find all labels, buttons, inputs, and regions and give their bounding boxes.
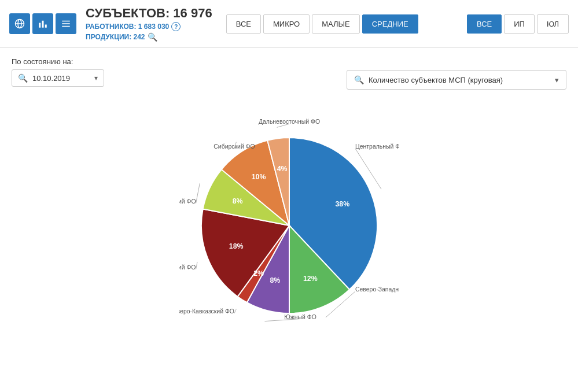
svg-text:2%: 2% xyxy=(253,269,264,278)
chart-type-dropdown[interactable]: 🔍 Количество субъектов МСП (круговая) ▾ xyxy=(347,70,566,90)
svg-text:Южный ФО: Южный ФО xyxy=(284,314,316,320)
chart-search-icon: 🔍 xyxy=(354,75,364,84)
date-picker[interactable]: 🔍 10.10.2019 ▾ xyxy=(12,69,104,87)
date-search-icon: 🔍 xyxy=(18,73,28,83)
svg-rect-4 xyxy=(42,21,44,28)
svg-text:4%: 4% xyxy=(277,165,287,173)
svg-text:10%: 10% xyxy=(251,173,266,181)
chart-container: 38%12%8%2%18%8%10%4%Центральный ФОСеверо… xyxy=(12,101,566,350)
products-count: ПРОДУКЦИИ: 242 🔍 xyxy=(86,32,212,42)
svg-line-23 xyxy=(234,309,236,313)
chart-type-label: Количество субъектов МСП (круговая) xyxy=(369,76,550,84)
stats-panel: СУБЪЕКТОВ: 16 976 РАБОТНИКОВ: 1 683 030 … xyxy=(86,6,212,42)
filter-ip[interactable]: ИП xyxy=(504,14,535,34)
date-value: 10.10.2019 xyxy=(32,74,90,83)
svg-text:Северо-Кавказский ФО: Северо-Кавказский ФО xyxy=(179,308,234,315)
globe-view-button[interactable] xyxy=(9,13,30,34)
svg-text:8%: 8% xyxy=(232,197,242,205)
workers-help-icon[interactable]: ? xyxy=(171,22,181,31)
header: СУБЪЕКТОВ: 16 976 РАБОТНИКОВ: 1 683 030 … xyxy=(0,0,578,48)
pie-chart: 38%12%8%2%18%8%10%4%Центральный ФОСеверо… xyxy=(179,116,399,335)
type-filter-group: ВСЕ ИП ЮЛ xyxy=(467,14,569,34)
svg-rect-8 xyxy=(62,26,70,27)
filter-micro[interactable]: МИКРО xyxy=(263,14,310,34)
svg-text:Уральский ФО: Уральский ФО xyxy=(179,198,196,205)
bar-chart-view-button[interactable] xyxy=(32,13,53,34)
svg-text:Дальневосточный ФО: Дальневосточный ФО xyxy=(258,119,319,125)
controls-row: По состоянию на: 🔍 10.10.2019 ▾ 🔍 Количе… xyxy=(12,57,566,90)
filter-ul[interactable]: ЮЛ xyxy=(537,14,569,34)
date-label: По состоянию на: xyxy=(12,57,104,66)
list-view-button[interactable] xyxy=(56,13,76,34)
svg-text:8%: 8% xyxy=(270,276,280,284)
filter-small[interactable]: МАЛЫЕ xyxy=(312,14,360,34)
svg-line-25 xyxy=(196,262,197,269)
svg-line-27 xyxy=(196,183,200,204)
workers-count: РАБОТНИКОВ: 1 683 030 ? xyxy=(86,22,212,31)
filter-medium[interactable]: СРЕДНИЕ xyxy=(362,14,418,34)
svg-text:Сибирский ФО: Сибирский ФО xyxy=(213,143,255,150)
chart-chevron-icon: ▾ xyxy=(555,76,559,84)
date-section: По состоянию на: 🔍 10.10.2019 ▾ xyxy=(12,57,104,87)
date-chevron-icon: ▾ xyxy=(94,74,98,82)
size-filter-group: ВСЕ МИКРО МАЛЫЕ СРЕДНИЕ xyxy=(226,14,418,34)
svg-text:Приволжский ФО: Приволжский ФО xyxy=(179,264,196,271)
svg-text:18%: 18% xyxy=(229,242,243,250)
filter-all-size[interactable]: ВСЕ xyxy=(226,14,261,34)
svg-text:Северо-Западный ФО: Северо-Западный ФО xyxy=(355,286,399,293)
svg-rect-5 xyxy=(45,25,47,28)
main-content: По состоянию на: 🔍 10.10.2019 ▾ 🔍 Количе… xyxy=(0,48,578,359)
svg-rect-3 xyxy=(39,23,41,28)
pie-svg: 38%12%8%2%18%8%10%4%Центральный ФОСеверо… xyxy=(179,116,399,335)
products-search-icon[interactable]: 🔍 xyxy=(148,32,157,42)
filter-all-type[interactable]: ВСЕ xyxy=(467,14,502,34)
svg-text:Центральный ФО: Центральный ФО xyxy=(355,143,399,150)
svg-rect-7 xyxy=(62,23,70,24)
svg-text:38%: 38% xyxy=(335,200,349,208)
svg-rect-6 xyxy=(62,21,70,22)
svg-text:12%: 12% xyxy=(303,275,318,283)
subjects-count: СУБЪЕКТОВ: 16 976 xyxy=(86,6,212,21)
view-icon-group xyxy=(9,13,76,34)
